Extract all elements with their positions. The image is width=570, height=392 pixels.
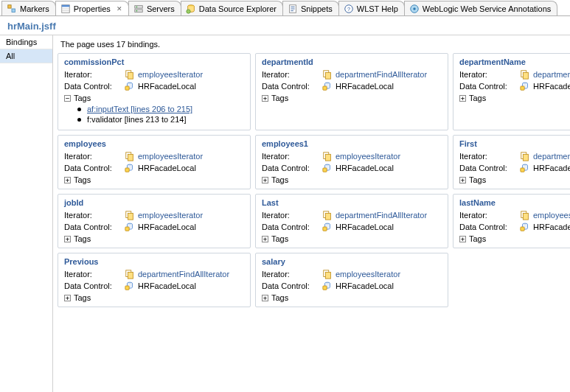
svg-rect-23 bbox=[125, 86, 129, 90]
expand-icon[interactable]: + bbox=[262, 177, 268, 183]
iterator-link[interactable]: departmen bbox=[533, 70, 570, 79]
datacontrol-icon bbox=[125, 163, 135, 173]
tags-row: +Tags bbox=[459, 94, 570, 102]
svg-text:?: ? bbox=[347, 6, 350, 11]
datacontrol-label: Data Control: bbox=[262, 223, 322, 231]
datacontrol-label: Data Control: bbox=[262, 164, 322, 172]
svg-rect-61 bbox=[325, 272, 330, 279]
datacontrol-label: Data Control: bbox=[459, 164, 520, 172]
iterator-link[interactable]: employeesIterator bbox=[138, 70, 203, 79]
tab-label: Properties bbox=[74, 4, 111, 13]
iterator-icon bbox=[125, 269, 135, 279]
sidebar-item-bindings[interactable]: Bindings bbox=[0, 35, 52, 49]
iterator-row: Iterator:employeesIterator bbox=[262, 269, 442, 279]
iterator-row: Iterator:employeesIterator bbox=[64, 151, 244, 161]
wlst-icon: ? bbox=[344, 4, 354, 14]
binding-card: employeesIterator:employeesIteratorData … bbox=[58, 135, 251, 189]
expand-icon[interactable]: + bbox=[459, 177, 466, 183]
expand-icon[interactable]: + bbox=[64, 295, 71, 301]
card-title: commissionPct bbox=[64, 57, 244, 66]
svg-point-8 bbox=[136, 6, 137, 7]
tab-servers[interactable]: Servers bbox=[128, 1, 181, 15]
tags-row: +Tags bbox=[262, 94, 442, 102]
snippets-icon bbox=[288, 4, 298, 14]
iterator-value-wrap: departmen bbox=[520, 69, 570, 80]
iterator-value-wrap: employeesIterator bbox=[125, 69, 203, 80]
datacontrol-value: HRFacadeLocal bbox=[336, 223, 394, 231]
iterator-link[interactable]: employees bbox=[533, 211, 570, 220]
iterator-row: Iterator:employees bbox=[459, 210, 570, 220]
tags-label: Tags bbox=[74, 293, 91, 302]
datacontrol-value: HRFacadeLocal bbox=[336, 281, 394, 290]
iterator-label: Iterator: bbox=[64, 270, 125, 279]
datacontrol-icon bbox=[520, 81, 530, 91]
iterator-link[interactable]: employeesIterator bbox=[138, 152, 203, 161]
tags-row: −Tags bbox=[64, 94, 244, 102]
tag-item: af:inputText [lines 206 to 215] bbox=[77, 105, 244, 113]
iterator-link[interactable]: departmentFindAllIterator bbox=[336, 70, 427, 79]
iterator-icon bbox=[322, 210, 333, 220]
datacontrol-icon bbox=[125, 81, 135, 91]
datacontrol-value-wrap: HRFacadeLocal bbox=[322, 163, 394, 173]
tag-link[interactable]: af:inputText [lines 206 to 215] bbox=[87, 105, 192, 113]
svg-rect-37 bbox=[325, 154, 330, 161]
datacontrol-row: Data Control:HRFacadeLocal bbox=[262, 163, 442, 173]
expand-icon[interactable]: + bbox=[262, 236, 268, 242]
category-sidebar: BindingsAll bbox=[0, 35, 53, 392]
expand-icon[interactable]: + bbox=[64, 177, 71, 183]
tab-label: WebLogic Web Service Annotations bbox=[423, 4, 551, 13]
datacontrol-icon bbox=[520, 222, 530, 232]
datacontrol-value: HRFacadeLo bbox=[533, 223, 570, 231]
iterator-label: Iterator: bbox=[262, 70, 322, 79]
iterator-link[interactable]: employeesIterator bbox=[336, 152, 400, 161]
iterator-link[interactable]: departmentFindAllIterator bbox=[138, 270, 229, 279]
tab-data-source-explorer[interactable]: Data Source Explorer bbox=[181, 1, 283, 15]
binding-card: departmentIdIterator:departmentFindAllIt… bbox=[255, 53, 448, 130]
collapse-icon[interactable]: − bbox=[64, 95, 71, 102]
datacontrol-label: Data Control: bbox=[262, 281, 322, 290]
bullet-icon bbox=[77, 108, 81, 111]
markers-icon bbox=[7, 4, 17, 14]
tab-properties[interactable]: Properties bbox=[55, 1, 129, 15]
datacontrol-row: Data Control:HRFacadeLocal bbox=[262, 222, 442, 232]
expand-icon[interactable]: + bbox=[459, 95, 466, 102]
datacontrol-row: Data Control:HRFacadeLocal bbox=[64, 81, 244, 91]
datacontrol-icon bbox=[322, 81, 333, 91]
iterator-link[interactable]: departmen bbox=[533, 152, 570, 161]
svg-rect-21 bbox=[128, 72, 133, 79]
iterator-link[interactable]: employeesIterator bbox=[336, 270, 400, 279]
expand-icon[interactable]: + bbox=[262, 95, 268, 102]
datacontrol-icon bbox=[125, 281, 135, 291]
svg-rect-51 bbox=[323, 227, 327, 231]
datacontrol-value: HRFacadeLocal bbox=[138, 164, 196, 172]
binding-card: lastNameIterator:employeesData Control:H… bbox=[453, 194, 570, 248]
expand-icon[interactable]: + bbox=[262, 295, 268, 301]
iterator-link[interactable]: departmentFindAllIterator bbox=[336, 211, 427, 220]
card-title: employees1 bbox=[262, 139, 442, 148]
iterator-row: Iterator:departmentFindAllIterator bbox=[262, 69, 442, 80]
iterator-row: Iterator:employeesIterator bbox=[64, 210, 244, 220]
datacontrol-value: HRFacadeLocal bbox=[336, 164, 394, 172]
tab-snippets[interactable]: Snippets bbox=[282, 1, 339, 15]
datacontrol-value: HRFacadeLocal bbox=[138, 82, 196, 91]
tab-weblogic-web-service-annotations[interactable]: WebLogic Web Service Annotations bbox=[404, 1, 557, 15]
tab-markers[interactable]: Markers bbox=[1, 1, 56, 15]
tags-label: Tags bbox=[74, 175, 91, 184]
tags-label: Tags bbox=[271, 234, 288, 243]
svg-rect-55 bbox=[521, 227, 524, 231]
tags-row: +Tags bbox=[262, 293, 442, 302]
tab-wlst-help[interactable]: ?WLST Help bbox=[338, 1, 405, 15]
datacontrol-value-wrap: HRFacadeLocal bbox=[125, 81, 196, 91]
iterator-icon bbox=[520, 69, 530, 80]
datacontrol-row: Data Control:HRFacadeLocal bbox=[64, 222, 244, 232]
iterator-link[interactable]: employeesIterator bbox=[138, 211, 203, 220]
iterator-label: Iterator: bbox=[262, 211, 322, 220]
card-title: jobId bbox=[64, 198, 244, 207]
card-title: employees bbox=[64, 139, 244, 148]
expand-icon[interactable]: + bbox=[64, 236, 71, 242]
sidebar-item-all[interactable]: All bbox=[0, 49, 52, 63]
svg-rect-31 bbox=[521, 86, 524, 90]
card-title: departmentName bbox=[459, 57, 570, 66]
expand-icon[interactable]: + bbox=[459, 236, 466, 242]
iterator-icon bbox=[125, 151, 135, 161]
